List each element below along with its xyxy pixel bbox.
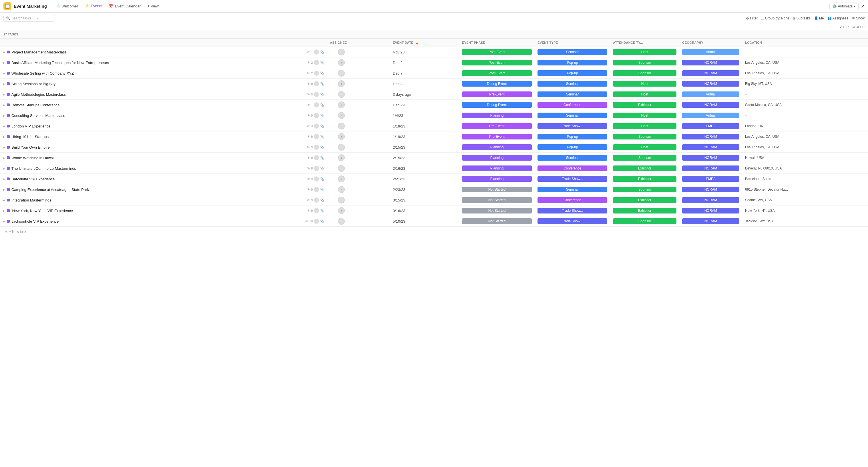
tab-add-view[interactable]: + View — [145, 2, 161, 10]
me-button[interactable]: 👤 Me — [814, 16, 824, 20]
task-meta: 👁 9 📎 — [307, 197, 324, 203]
share-icon[interactable]: ↗ — [861, 3, 865, 9]
tab-calendar[interactable]: 📅 Event Calendar — [106, 2, 144, 10]
date-text: 3/15/23 — [393, 198, 405, 203]
row-expand-icon[interactable]: ▶ — [3, 103, 5, 106]
filter-button[interactable]: ⚙ Filter — [746, 16, 757, 20]
automate-button[interactable]: ⚙️ Automate ▾ — [829, 3, 859, 10]
welcome-tab-icon: 📄 — [56, 4, 60, 8]
row-expand-icon[interactable]: ▶ — [3, 199, 5, 202]
table-row[interactable]: ▶ Hiring 101 for Startups 👁 9 📎 ○1/19/23… — [0, 131, 868, 142]
table-row[interactable]: ▶ Consulting Services Masterclass 👁 9 📎 … — [0, 110, 868, 121]
type-badge: Seminar — [537, 113, 607, 118]
table-row[interactable]: ▶ Build Your Own Empire 👁 9 📎 ○2/15/23Pl… — [0, 142, 868, 153]
table-row[interactable]: ▶ Integration Masterminds 👁 9 📎 ○3/15/23… — [0, 195, 868, 206]
row-expand-icon[interactable]: ▶ — [3, 178, 5, 181]
row-expand-icon[interactable]: ▶ — [3, 72, 5, 75]
watcher-count: 9 — [311, 93, 313, 96]
task-color-dot — [7, 167, 10, 170]
task-color-dot — [7, 209, 10, 212]
hide-closed-bar[interactable]: ✓ HIDE CLOSED — [0, 24, 868, 30]
row-expand-icon[interactable]: ▶ — [3, 51, 5, 54]
phase-badge: Pre-Event — [462, 91, 532, 97]
task-name: Wholesale Selling with Company XYZ — [11, 71, 305, 75]
table-row[interactable]: ▶ Remote Startups Conference 👁 1 📎 ○Dec … — [0, 100, 868, 110]
date-text: 5/10/23 — [393, 219, 405, 223]
watcher-count: 9 — [311, 146, 313, 149]
row-expand-icon[interactable]: ▶ — [3, 93, 5, 96]
table-row[interactable]: ▶ Skiing Sessions at Big Sky 👁 9 📎 ○Dec … — [0, 79, 868, 89]
watcher-icon: 👁 — [307, 146, 310, 149]
table-row[interactable]: ▶ Wholesale Selling with Company XYZ 👁 2… — [0, 68, 868, 79]
table-row[interactable]: ▶ Barcelona VIP Experience 👁 9 📎 ○2/21/2… — [0, 174, 868, 184]
type-badge: Trade Show... — [537, 218, 607, 224]
avatar: ○ — [338, 80, 345, 87]
table-row[interactable]: ▶ Project Management Masterclass 👁 1 📎 ○… — [0, 47, 868, 57]
attachment-icon: 📎 — [320, 82, 324, 86]
avatar-placeholder — [314, 71, 319, 76]
date-sort-icon: ▲ — [415, 41, 418, 44]
geo-badge: NORAM — [682, 144, 739, 150]
type-badge: Pop-up — [537, 70, 607, 76]
me-icon: 👤 — [814, 16, 818, 20]
date-cell: Dec 29 — [393, 103, 456, 107]
row-expand-icon[interactable]: ▶ — [3, 146, 5, 149]
date-cell: Nov 28 — [393, 50, 456, 54]
col-header-date[interactable]: EVENT DATE ▲ — [390, 39, 459, 47]
attachment-icon: 📎 — [320, 61, 324, 65]
watcher-count: 18 — [309, 219, 313, 223]
task-color-dot — [7, 199, 10, 201]
search-input[interactable]: 🔍 Search tasks... ▾ — [3, 15, 55, 22]
task-cell: ▶ Build Your Own Empire 👁 9 📎 — [3, 145, 324, 150]
row-expand-icon[interactable]: ▶ — [3, 156, 5, 159]
geo-badge: Virtual — [682, 49, 739, 55]
avatar-placeholder — [314, 81, 319, 86]
attachment-icon: 📎 — [320, 50, 324, 54]
table-row[interactable]: ▶ London VIP Experience 👁 3 📎 ○1/18/23Pr… — [0, 121, 868, 131]
attendance-badge: Host — [613, 113, 677, 118]
avatar-placeholder — [314, 102, 319, 107]
task-name: London VIP Experience — [11, 124, 305, 128]
type-badge: Conference — [537, 197, 607, 203]
table-row[interactable]: ▶ The Ultimate eCommerce Masterminds 👁 8… — [0, 163, 868, 174]
table-row[interactable]: ▶ Jacksonhole VIP Experience 👁 18 📎 ○5/1… — [0, 216, 868, 227]
tab-events[interactable]: ⚡ Events — [82, 2, 105, 10]
row-expand-icon[interactable]: ▶ — [3, 61, 5, 64]
row-expand-icon[interactable]: ▶ — [3, 125, 5, 128]
subtasks-button[interactable]: ⊟ Subtasks — [793, 16, 810, 20]
row-expand-icon[interactable]: ▶ — [3, 209, 5, 212]
row-expand-icon[interactable]: ▶ — [3, 167, 5, 170]
watcher-count: 9 — [311, 188, 313, 191]
date-text: Dec 8 — [393, 82, 403, 86]
avatar: ○ — [338, 70, 345, 76]
table-row[interactable]: ▶ Agile Methodologies Masterclass 👁 9 📎 … — [0, 89, 868, 100]
row-expand-icon[interactable]: ▶ — [3, 188, 5, 191]
assignees-button[interactable]: 👥 Assignees — [828, 16, 848, 20]
table-row[interactable]: ▶ Camping Experience at Assateague State… — [0, 184, 868, 195]
show-button[interactable]: 👁 Show — [852, 16, 865, 20]
table-row[interactable]: ▶ Whale Watching in Hawaii 👁 9 📎 ○2/15/2… — [0, 153, 868, 163]
row-expand-icon[interactable]: ▶ — [3, 82, 5, 86]
location-cell: Barcelona, Spain — [742, 174, 868, 184]
tab-welcome[interactable]: 📄 Welcome! — [53, 2, 81, 10]
row-expand-icon[interactable]: ▶ — [3, 114, 5, 117]
date-text: 2/23/23 — [393, 187, 405, 192]
task-cell: ▶ Agile Methodologies Masterclass 👁 9 📎 — [3, 92, 324, 97]
geo-badge: NORAM — [682, 197, 739, 203]
avatar: ○ — [338, 91, 345, 98]
location-cell: 6915 Stephen Decatur Hw... — [742, 184, 868, 195]
row-expand-icon[interactable]: ▶ — [3, 135, 5, 138]
task-color-dot — [7, 51, 10, 54]
attachment-icon: 📎 — [320, 219, 324, 223]
row-expand-icon[interactable]: ▶ — [3, 220, 5, 223]
group-by-button[interactable]: ☰ Group by: None — [761, 16, 789, 20]
table-row[interactable]: ▶ 'New York, New York' VIP Experience 👁 … — [0, 206, 868, 216]
geo-badge: NORAM — [682, 208, 739, 214]
date-text: Dec 29 — [393, 103, 405, 107]
avatar-placeholder — [314, 50, 319, 55]
watcher-icon: 👁 — [307, 188, 310, 191]
add-task-button[interactable]: ＋ + New task — [0, 227, 868, 236]
table-row[interactable]: ▶ Basic Affiliate Marketing Techniques f… — [0, 57, 868, 68]
avatar: ○ — [338, 218, 345, 225]
attachment-icon: 📎 — [320, 71, 324, 75]
